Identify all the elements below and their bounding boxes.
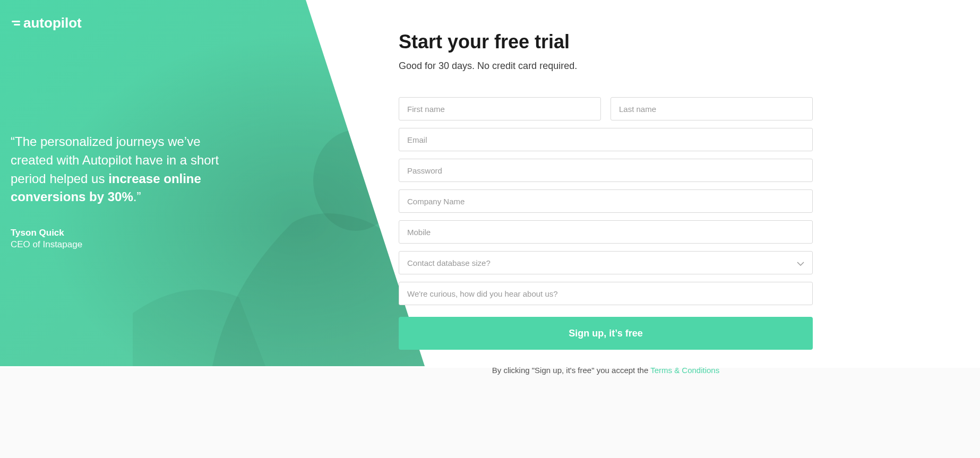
password-input[interactable] — [399, 159, 813, 182]
last-name-input[interactable] — [611, 97, 813, 120]
brand-logo: autopilot — [12, 15, 82, 31]
bottom-background — [0, 368, 980, 458]
signup-form-panel: Start your free trial Good for 30 days. … — [399, 31, 813, 375]
brand-name: autopilot — [23, 15, 82, 31]
page-title: Start your free trial — [399, 31, 813, 53]
chevron-down-icon — [797, 258, 804, 267]
mobile-input[interactable] — [399, 220, 813, 244]
database-size-placeholder: Contact database size? — [407, 258, 491, 267]
testimonial-block: “The personalized journeys we’ve created… — [11, 133, 223, 250]
testimonial-quote: “The personalized journeys we’ve created… — [11, 133, 223, 206]
signup-button[interactable]: Sign up, it’s free — [399, 317, 813, 350]
terms-text: By clicking "Sign up, it's free" you acc… — [399, 366, 813, 375]
database-size-select[interactable]: Contact database size? — [399, 251, 813, 274]
testimonial-author: Tyson Quick — [11, 228, 223, 238]
testimonial-role: CEO of Instapage — [11, 239, 223, 250]
first-name-input[interactable] — [399, 97, 601, 120]
terms-link[interactable]: Terms & Conditions — [650, 366, 719, 375]
company-name-input[interactable] — [399, 189, 813, 213]
page-subtitle: Good for 30 days. No credit card require… — [399, 61, 813, 72]
hero-panel: autopilot “The personalized journeys we’… — [0, 0, 425, 366]
autopilot-logo-icon — [12, 21, 20, 25]
email-input[interactable] — [399, 128, 813, 151]
hear-about-input[interactable] — [399, 282, 813, 305]
